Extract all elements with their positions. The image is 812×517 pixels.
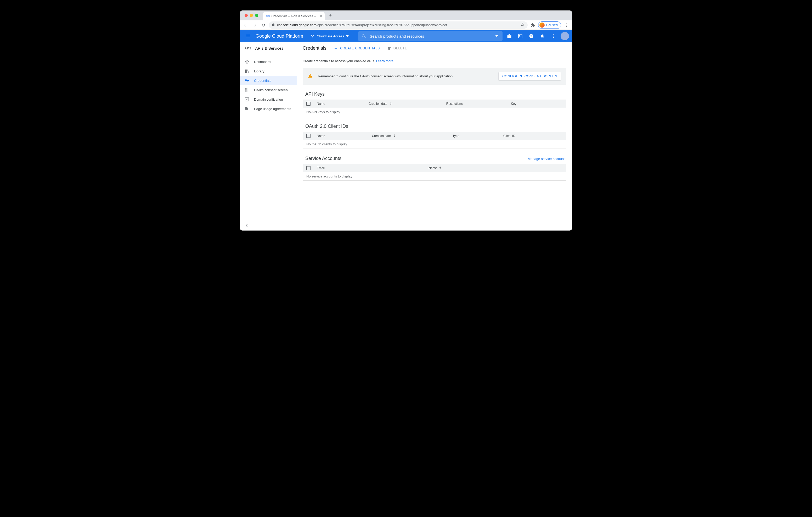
close-window-button[interactable] <box>244 14 248 17</box>
reload-button[interactable] <box>260 22 267 29</box>
extensions-button[interactable] <box>529 22 536 29</box>
table-header: Name Creation date Type Client ID <box>303 132 567 140</box>
select-all-checkbox[interactable] <box>306 102 317 106</box>
svg-point-3 <box>311 35 312 36</box>
sidebar-item-credentials[interactable]: Credentials <box>240 76 297 85</box>
consent-icon <box>244 88 249 92</box>
maximize-window-button[interactable] <box>255 14 258 17</box>
back-button[interactable] <box>242 22 249 29</box>
close-tab-button[interactable]: × <box>320 14 322 18</box>
section-oauth-clients: OAuth 2.0 Client IDs Name Creation date … <box>303 124 567 149</box>
page-title: Credentials <box>303 45 326 51</box>
sidebar-item-label: Library <box>254 69 264 73</box>
bookmark-star-icon[interactable] <box>520 23 524 27</box>
body: API APIs & Services Dashboard Library Cr… <box>240 42 572 231</box>
select-all-checkbox[interactable] <box>306 166 317 170</box>
svg-point-9 <box>553 36 554 37</box>
search-bar[interactable] <box>358 31 502 41</box>
browser-window: API Credentials – APIs & Services – × + … <box>240 10 572 231</box>
caret-down-icon <box>346 34 349 38</box>
manage-service-accounts-link[interactable]: Manage service accounts <box>528 157 567 161</box>
search-icon <box>358 34 370 38</box>
minimize-window-button[interactable] <box>250 14 253 17</box>
address-bar[interactable]: console.cloud.google.com/apis/credential… <box>269 22 528 29</box>
profile-button[interactable]: Paused <box>538 22 561 29</box>
svg-point-2 <box>566 26 567 27</box>
new-tab-button[interactable]: + <box>327 12 334 19</box>
column-creation-date[interactable]: Creation date <box>369 102 446 106</box>
table-header: Email Name <box>303 164 567 172</box>
project-icon <box>311 34 315 38</box>
gcp-logo[interactable]: Google Cloud Platform <box>256 33 303 39</box>
column-client-id[interactable]: Client ID <box>503 134 563 138</box>
sidebar-item-label: Dashboard <box>254 60 271 64</box>
consent-alert: Remember to configure the OAuth consent … <box>303 68 567 85</box>
configure-consent-screen-button[interactable]: CONFIGURE CONSENT SCREEN <box>498 72 561 81</box>
svg-text:?: ? <box>530 34 532 38</box>
content: Create credentials to access your enable… <box>297 54 572 193</box>
sidebar-item-oauth-consent[interactable]: OAuth consent screen <box>240 85 297 95</box>
column-email[interactable]: Email <box>317 166 429 170</box>
column-name[interactable]: Name <box>317 134 372 138</box>
create-credentials-button[interactable]: CREATE CREDENTIALS <box>334 45 380 52</box>
sidebar: API APIs & Services Dashboard Library Cr… <box>240 42 297 231</box>
sidebar-item-page-usage[interactable]: Page usage agreements <box>240 104 297 114</box>
key-icon <box>244 78 249 83</box>
sort-asc-icon <box>438 166 442 171</box>
svg-rect-13 <box>245 97 249 101</box>
sidebar-item-dashboard[interactable]: Dashboard <box>240 57 297 66</box>
column-name[interactable]: Name <box>317 102 369 105</box>
agreements-icon <box>244 107 249 111</box>
browser-tab[interactable]: API Credentials – APIs & Services – × <box>263 12 325 20</box>
section-service-accounts: Service Accounts Manage service accounts… <box>303 156 567 181</box>
main: Credentials CREATE CREDENTIALS DELETE Cr… <box>297 42 572 231</box>
settings-menu-button[interactable] <box>549 31 558 41</box>
notifications-button[interactable] <box>538 31 547 41</box>
sidebar-title: APIs & Services <box>255 46 283 51</box>
dashboard-icon <box>244 59 249 64</box>
column-name[interactable]: Name <box>429 166 563 171</box>
api-icon: API <box>244 46 252 50</box>
free-trial-button[interactable] <box>504 31 514 41</box>
cloud-shell-button[interactable] <box>516 31 525 41</box>
search-input[interactable] <box>370 34 491 38</box>
forward-button[interactable] <box>251 22 258 29</box>
sort-desc-icon <box>393 134 396 138</box>
browser-menu-button[interactable] <box>563 22 570 29</box>
search-dropdown-button[interactable] <box>491 34 502 38</box>
table-header: Name Creation date Restrictions Key <box>303 99 567 108</box>
svg-point-0 <box>566 24 567 24</box>
sort-desc-icon <box>389 102 393 106</box>
tab-favicon: API <box>265 15 270 18</box>
select-all-checkbox[interactable] <box>306 134 317 138</box>
account-avatar-button[interactable] <box>560 32 569 40</box>
project-selector[interactable]: Cloudflare Access <box>309 32 351 40</box>
warning-icon <box>308 73 313 79</box>
column-key[interactable]: Key <box>511 102 563 105</box>
domain-verify-icon <box>244 97 249 102</box>
sidebar-item-label: Page usage agreements <box>254 107 291 111</box>
svg-point-11 <box>247 61 248 62</box>
svg-point-8 <box>553 34 554 35</box>
svg-point-5 <box>312 36 313 37</box>
navigation-menu-button[interactable] <box>243 33 254 39</box>
help-button[interactable]: ? <box>527 31 536 41</box>
empty-state: No OAuth clients to display <box>303 140 567 149</box>
sidebar-item-label: Domain verification <box>254 97 283 101</box>
column-type[interactable]: Type <box>453 134 503 138</box>
column-creation-date[interactable]: Creation date <box>372 134 453 138</box>
section-title: OAuth 2.0 Client IDs <box>303 124 567 129</box>
sidebar-item-label: Credentials <box>254 79 271 83</box>
collapse-sidebar-button[interactable] <box>240 220 297 231</box>
learn-more-link[interactable]: Learn more <box>376 59 393 63</box>
svg-point-10 <box>553 37 554 38</box>
profile-avatar-icon <box>540 23 545 28</box>
delete-button[interactable]: DELETE <box>387 45 407 52</box>
sidebar-item-domain-verification[interactable]: Domain verification <box>240 95 297 104</box>
plus-icon <box>334 46 338 51</box>
sidebar-item-library[interactable]: Library <box>240 66 297 76</box>
sidebar-header[interactable]: API APIs & Services <box>240 42 297 54</box>
column-restrictions[interactable]: Restrictions <box>446 102 511 105</box>
svg-point-1 <box>566 25 567 25</box>
sidebar-item-label: OAuth consent screen <box>254 88 288 92</box>
